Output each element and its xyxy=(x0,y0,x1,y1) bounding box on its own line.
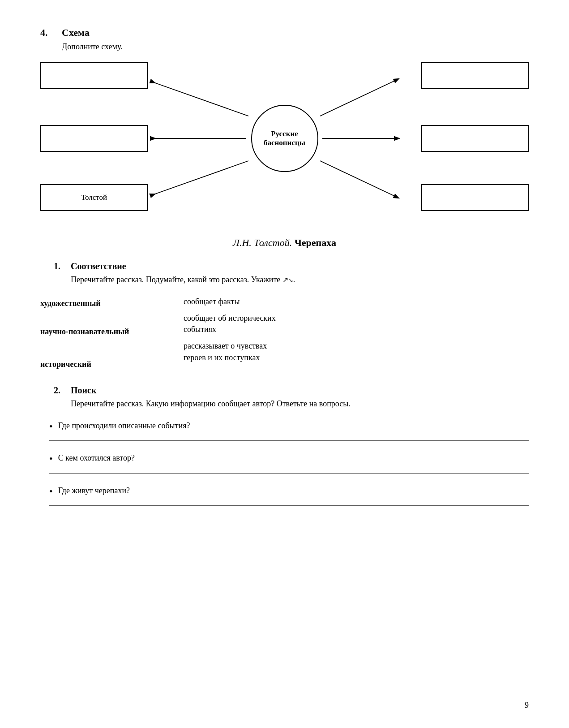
matching-right-1: сообщает факты xyxy=(184,293,529,310)
svg-line-6 xyxy=(150,161,248,196)
question-1-text: Где происходили описанные события? xyxy=(58,419,190,432)
question-2-text: С кем охотился автор? xyxy=(58,452,135,465)
diagram: Толстой Русские баснописцы xyxy=(40,62,529,215)
question-1: • Где происходили описанные события? xyxy=(49,419,529,434)
matching-left-3: исторический xyxy=(40,354,184,375)
question-3: • Где живут черепахи? xyxy=(49,484,529,499)
exercise-2-title: Поиск xyxy=(71,385,96,396)
diagram-circle: Русские баснописцы xyxy=(251,105,318,172)
bullet-3: • xyxy=(49,483,53,499)
story-title: Л.Н. Толстой. Черепаха xyxy=(40,237,529,249)
exercise-2-body: Перечитайте рассказ. Какую информацию со… xyxy=(71,397,529,410)
matching-right-3: рассказывает о чувствахгероев и их посту… xyxy=(184,338,529,366)
matching-container: художественный научно-познавательный ист… xyxy=(40,293,529,375)
section-4-title: Схема xyxy=(62,27,90,39)
matching-left: художественный научно-познавательный ист… xyxy=(40,293,184,375)
matching-left-1: художественный xyxy=(40,293,184,314)
section-4-subtitle: Дополните схему. xyxy=(62,42,529,52)
svg-line-3 xyxy=(320,81,394,116)
matching-right: сообщает факты сообщает об историческихс… xyxy=(184,293,529,375)
answer-line-2 xyxy=(49,473,529,474)
matching-left-2: научно-познавательный xyxy=(40,322,184,342)
story-title-bold: Черепаха xyxy=(292,237,336,248)
arrow-icon: ↗↘ xyxy=(282,274,293,286)
bullet-2: • xyxy=(49,451,53,466)
answer-line-3 xyxy=(49,505,529,506)
matching-right-2: сообщает об историческихсобытиях xyxy=(184,310,529,338)
exercise-1: 1. Соответствие Перечитайте рассказ. Под… xyxy=(40,261,529,375)
exercise-1-number: 1. xyxy=(54,261,64,271)
svg-line-2 xyxy=(150,81,248,116)
question-3-text: Где живут черепахи? xyxy=(58,484,130,497)
answer-line-1 xyxy=(49,440,529,441)
exercise-1-body: Перечитайте рассказ. Подумайте, какой эт… xyxy=(71,273,529,286)
exercise-2-number: 2. xyxy=(54,385,64,396)
questions-container: • Где происходили описанные события? • С… xyxy=(40,419,529,506)
svg-line-7 xyxy=(320,161,394,196)
exercise-2: 2. Поиск Перечитайте рассказ. Какую инфо… xyxy=(40,385,529,505)
page-number: 9 xyxy=(525,701,529,710)
section-4-number: 4. xyxy=(40,27,54,39)
question-2: • С кем охотился автор? xyxy=(49,452,529,466)
section-4: 4. Схема Дополните схему. xyxy=(40,27,529,52)
story-title-italic: Л.Н. Толстой. xyxy=(233,237,292,248)
bullet-1: • xyxy=(49,418,53,434)
exercise-1-title: Соответствие xyxy=(71,261,126,271)
